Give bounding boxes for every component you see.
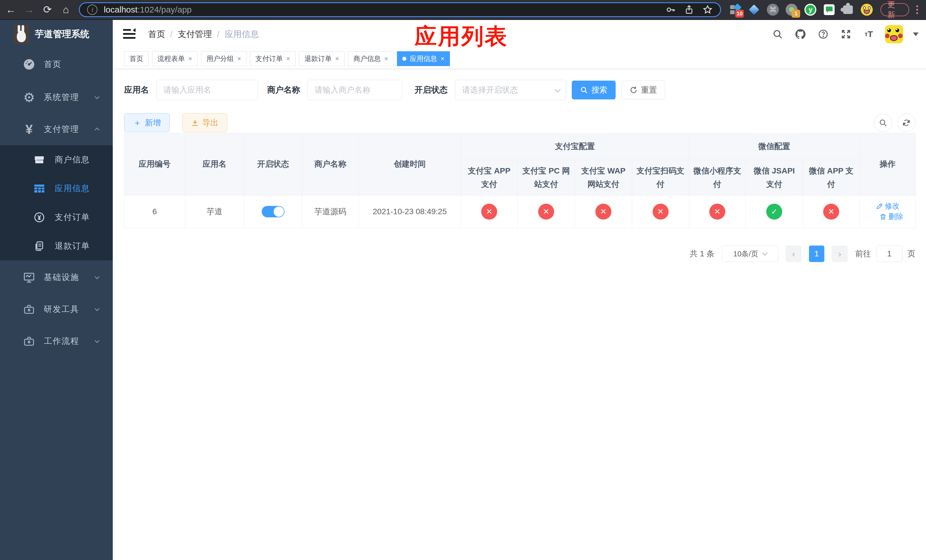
add-button[interactable]: ＋ 新增 (124, 114, 170, 132)
sidebar-item-system[interactable]: ⚙ 系统管理 (0, 82, 113, 114)
goto-page-input[interactable] (876, 245, 902, 262)
extension-gem-icon[interactable] (748, 3, 760, 16)
col-header-app-name: 应用名 (185, 133, 244, 195)
page-annotation: 应用列表 (415, 22, 508, 51)
chevron-down-icon (94, 94, 101, 101)
sidebar-logo[interactable]: 芋道管理系统 (0, 20, 113, 48)
extension-strip: 10 ⌘ 1 (729, 3, 873, 16)
sidebar-item-home[interactable]: 首页 (0, 48, 113, 80)
delete-link[interactable]: 删除 (879, 212, 903, 222)
total-count: 共 1 条 (690, 248, 714, 259)
share-icon[interactable] (684, 5, 694, 15)
font-size-icon[interactable]: тT (862, 28, 875, 41)
page-size-select[interactable]: 10条/页 (722, 245, 778, 262)
browser-update-button[interactable]: 更新 (881, 3, 909, 16)
edit-link[interactable]: 修改 (876, 201, 900, 211)
tag-refund-orders[interactable]: 退款订单× (299, 51, 345, 66)
sidebar-item-label: 工作流程 (44, 336, 79, 347)
merchant-name-input[interactable] (307, 80, 402, 100)
col-header-alipay-pc: 支付宝 PC 网站支付 (517, 160, 575, 195)
breadcrumb-separator: / (217, 29, 219, 39)
avatar-caret-icon[interactable] (913, 32, 918, 39)
sidebar-fold-icon[interactable] (123, 29, 136, 40)
extension-recorder-icon[interactable]: 1 (785, 3, 798, 16)
cell-app-id: 6 (124, 195, 185, 228)
group-header-alipay: 支付宝配置 (461, 133, 689, 160)
tag-merchant-info[interactable]: 商户信息× (348, 51, 393, 66)
sidebar-item-workflow[interactable]: 工作流程 (0, 325, 113, 357)
help-icon[interactable] (817, 28, 830, 41)
app-enabled-toggle[interactable] (262, 206, 284, 217)
extension-chat-icon[interactable] (823, 3, 835, 16)
chevron-up-icon (94, 126, 101, 133)
sidebar-item-pay-orders[interactable]: 支付订单 (0, 203, 113, 232)
close-icon[interactable]: × (440, 55, 445, 63)
close-icon[interactable]: × (335, 55, 339, 63)
col-header-wechat-jsapi: 微信 JSAPI 支付 (746, 160, 803, 195)
close-icon[interactable]: × (188, 55, 192, 63)
browser-chrome: ← → ⟳ ⌂ i localhost:1024/pay/app 10 ⌘ 1 (0, 0, 926, 20)
browser-forward-icon[interactable]: → (20, 2, 38, 18)
status-select-input[interactable] (455, 80, 566, 100)
breadcrumb: 首页 / 支付管理 / 应用信息 (148, 29, 259, 40)
status-select[interactable] (455, 80, 566, 100)
search-icon (580, 86, 588, 94)
fullscreen-icon[interactable] (840, 28, 853, 41)
show-search-button[interactable] (874, 114, 892, 132)
browser-home-icon[interactable]: ⌂ (57, 2, 75, 18)
search-icon (879, 118, 887, 127)
sidebar-item-dev-tools[interactable]: 研发工具 (0, 294, 113, 325)
sidebar-item-payment[interactable]: ¥ 支付管理 (0, 114, 113, 145)
github-icon[interactable] (794, 28, 807, 41)
user-avatar[interactable] (885, 25, 903, 43)
search-icon[interactable] (771, 28, 784, 41)
app-table: 应用编号 应用名 开启状态 商户名称 创建时间 支付宝配置 微信配置 操作 支付… (124, 133, 916, 228)
tag-user-group[interactable]: 用户分组× (201, 51, 247, 66)
sidebar-item-label: 研发工具 (44, 304, 79, 315)
close-icon[interactable]: × (286, 55, 290, 63)
col-header-wechat-mini: 微信小程序支付 (689, 160, 746, 195)
payment-submenu: 商户信息 应用信息 支付订单 退款订单 (0, 145, 113, 260)
app-name-input[interactable] (156, 80, 258, 100)
url-bar[interactable]: i localhost:1024/pay/app (79, 2, 721, 17)
alipay-wap-status-icon: ✕ (595, 204, 611, 219)
sidebar-item-app-info[interactable]: 应用信息 (0, 174, 113, 203)
reset-button[interactable]: 重置 (621, 80, 665, 100)
browser-reload-icon[interactable]: ⟳ (38, 2, 57, 18)
sidebar-item-infrastructure[interactable]: 基础设施 (0, 262, 113, 294)
sidebar-item-refund-orders[interactable]: 退款订单 (0, 232, 113, 260)
refresh-table-button[interactable] (897, 114, 915, 132)
breadcrumb-current: 应用信息 (225, 29, 259, 40)
sidebar-item-merchant-info[interactable]: 商户信息 (0, 145, 113, 174)
site-info-icon[interactable]: i (87, 5, 97, 15)
dashboard-icon (22, 58, 36, 71)
password-key-icon[interactable] (666, 5, 676, 15)
prev-page-button[interactable]: ‹ (785, 245, 802, 262)
profile-emoji-icon[interactable] (861, 3, 873, 16)
browser-menu-icon[interactable] (911, 3, 923, 16)
main-area: 首页 / 支付管理 / 应用信息 应用列表 тT 首页 流程 (113, 20, 926, 560)
sidebar-item-label: 商户信息 (54, 154, 90, 165)
tag-home[interactable]: 首页 (124, 51, 149, 66)
breadcrumb-payment[interactable]: 支付管理 (178, 29, 212, 40)
export-button[interactable]: 导出 (182, 114, 227, 132)
close-icon[interactable]: × (384, 55, 388, 63)
refresh-icon (902, 118, 911, 127)
browser-back-icon[interactable]: ← (2, 2, 20, 18)
sidebar-item-label: 退款订单 (54, 241, 90, 252)
close-icon[interactable]: × (237, 55, 241, 63)
extension-pinned-icon[interactable]: 10 (729, 3, 741, 16)
breadcrumb-home[interactable]: 首页 (148, 29, 165, 40)
next-page-button[interactable]: › (832, 245, 848, 262)
tag-process-form[interactable]: 流程表单× (152, 51, 198, 66)
alipay-qr-status-icon: ✕ (653, 204, 669, 219)
search-button[interactable]: 搜索 (572, 80, 616, 100)
tag-app-info[interactable]: 应用信息× (397, 51, 450, 66)
extension-command-icon[interactable]: ⌘ (767, 3, 779, 16)
wechat-jsapi-status-icon: ✓ (766, 204, 782, 219)
bookmark-star-icon[interactable] (702, 5, 713, 15)
extensions-puzzle-icon[interactable] (842, 3, 854, 16)
extension-y-icon[interactable] (804, 3, 817, 16)
page-1-button[interactable]: 1 (809, 245, 825, 262)
tag-pay-orders[interactable]: 支付订单× (250, 51, 295, 66)
